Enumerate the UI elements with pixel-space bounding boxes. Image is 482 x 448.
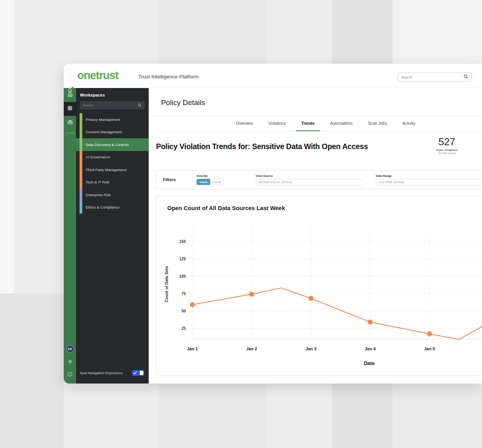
sidebar-item-data-discovery-controls[interactable]: Data Discovery & Controls [76, 138, 149, 151]
svg-text:Jan 5: Jan 5 [424, 346, 435, 351]
sidebar-item-ethics-compliance[interactable]: Ethics & Compliance [76, 201, 149, 214]
workspace-search-input[interactable] [83, 104, 137, 107]
svg-text:Date: Date [364, 360, 375, 366]
svg-text:150: 150 [179, 239, 186, 244]
page-title: Policy Details [161, 98, 205, 107]
notifications-button[interactable] [64, 88, 76, 95]
apps-grid-icon [67, 105, 73, 112]
sidebar-item-label: Data Discovery & Controls [86, 143, 129, 147]
stat-label: Open Violations [428, 148, 466, 152]
bell-icon [67, 88, 73, 95]
sidebar-item-third-party-management[interactable]: Third-Party Management [76, 163, 149, 176]
background-block [392, 382, 482, 448]
view-by-volume-button[interactable]: Volume [210, 179, 224, 185]
notification-badge [71, 87, 74, 89]
background-block [0, 0, 14, 294]
sidebar-item-label: Enterprise Risk [86, 193, 110, 197]
filters-title: Filters [163, 177, 183, 182]
workspace-color-bar [80, 138, 82, 151]
workspace-button[interactable] [64, 116, 76, 130]
data-range-label: Data Range [376, 174, 482, 178]
sidebar-item-label: Ethics & Compliance [86, 205, 120, 209]
tab-violations[interactable]: Violations [263, 116, 291, 131]
sidebar-item-label: Consent Management [86, 130, 122, 134]
sidebar-item-consent-management[interactable]: Consent Management [76, 126, 149, 139]
workspace-color-bar [80, 126, 82, 139]
data-range-group: Data Range [376, 174, 482, 185]
open-violations-stat: 527 Open Violations (for this policy) [428, 136, 466, 154]
check-icon [133, 371, 137, 375]
svg-text:Jan 3: Jan 3 [305, 346, 316, 351]
data-range-input[interactable] [376, 179, 482, 185]
new-nav-toggle[interactable] [132, 370, 144, 376]
search-icon [463, 74, 468, 81]
apps-button[interactable] [64, 102, 76, 116]
settings-button[interactable] [64, 359, 76, 366]
svg-text:Jan 2: Jan 2 [246, 346, 257, 351]
workspace-color-bar [80, 163, 82, 176]
stat-value: 527 [428, 136, 466, 148]
sidebar-item-tech-it-risk[interactable]: Tech & IT Risk [76, 176, 149, 189]
app-header: onetrust Trust Intelligence Platform [64, 64, 482, 88]
svg-text:100: 100 [179, 274, 186, 278]
tab-automations[interactable]: Automations [325, 116, 358, 131]
view-source-group: View Source [256, 174, 362, 185]
workspace-color-bar [80, 176, 82, 189]
sidebar-item-privacy-management[interactable]: Privacy Management [76, 113, 149, 126]
tab-activity[interactable]: Activity [397, 116, 421, 131]
sidebar-item-ai-governance[interactable]: AI Governance [76, 151, 149, 164]
stat-sublabel: (for this policy) [428, 152, 466, 154]
sidebar-item-label: Third-Party Management [86, 168, 126, 172]
toggle-knob [140, 371, 143, 375]
gear-icon [67, 359, 73, 366]
filters-bar: Filters View By CountVolume View Source … [156, 170, 482, 189]
svg-text:125: 125 [179, 257, 186, 261]
main-content: Policy Details OverviewViolationsTrendsA… [149, 88, 482, 384]
global-search[interactable] [398, 73, 472, 81]
svg-text:?: ? [69, 373, 71, 376]
sidebar-item-label: Privacy Management [86, 117, 120, 122]
view-source-input[interactable] [256, 179, 362, 185]
svg-text:50: 50 [182, 309, 186, 313]
view-by-segmented-control: CountVolume [197, 179, 224, 185]
tab-scan-jobs[interactable]: Scan Jobs [363, 116, 392, 131]
view-by-count-button[interactable]: Count [197, 179, 210, 185]
global-search-input[interactable] [401, 75, 463, 79]
help-icon: ? [67, 371, 73, 379]
svg-text:Count of Data Sets: Count of Data Sets [164, 266, 169, 302]
workspace-list: Privacy ManagementConsent ManagementData… [76, 113, 149, 214]
product-name: Trust Intelligence Platform [138, 74, 199, 80]
workspace-color-bar [80, 188, 82, 201]
app-window: onetrust Trust Intelligence Platform [64, 64, 482, 384]
avatar: EB [66, 345, 74, 353]
tab-overview[interactable]: Overview [231, 116, 258, 131]
rail-divider [65, 133, 75, 133]
svg-text:Jan 4: Jan 4 [365, 346, 376, 351]
workspace-color-bar [80, 113, 82, 126]
view-by-label: View By [197, 174, 224, 178]
app-rail: EB ? [64, 88, 76, 384]
workspace-search[interactable] [80, 101, 145, 109]
workspaces-sidebar: Workspaces Privacy ManagementConsent Man… [76, 88, 149, 384]
onetrust-logo: onetrust [77, 69, 118, 82]
view-source-label: View Source [256, 174, 362, 178]
sidebar-item-label: AI Governance [86, 155, 110, 159]
tabs-bar: OverviewViolationsTrendsAutomationsScan … [149, 116, 482, 132]
sidebar-item-label: Tech & IT Risk [86, 180, 109, 184]
trend-chart-card: Open Count of All Data Sources Last Week… [156, 196, 482, 376]
help-button[interactable]: ? [64, 371, 76, 379]
workspace-color-bar [80, 151, 82, 164]
tab-trends[interactable]: Trends [296, 116, 320, 131]
svg-text:Jan 1: Jan 1 [187, 346, 198, 351]
background-block [0, 294, 64, 448]
view-by-group: View By CountVolume [197, 174, 224, 185]
sidebar-footer: New Navigation Experience [80, 370, 144, 376]
section-title: Policy Violation Trends for: Sensitive D… [156, 142, 368, 151]
briefcase-icon [67, 119, 73, 127]
svg-text:75: 75 [182, 292, 186, 296]
profile-button[interactable]: EB [64, 345, 76, 353]
search-icon [137, 102, 142, 109]
svg-text:25: 25 [182, 326, 186, 331]
line-chart: 255075100125150Jan 1Jan 2Jan 3Jan 4Jan 5… [156, 196, 482, 376]
sidebar-item-enterprise-risk[interactable]: Enterprise Risk [76, 188, 149, 201]
